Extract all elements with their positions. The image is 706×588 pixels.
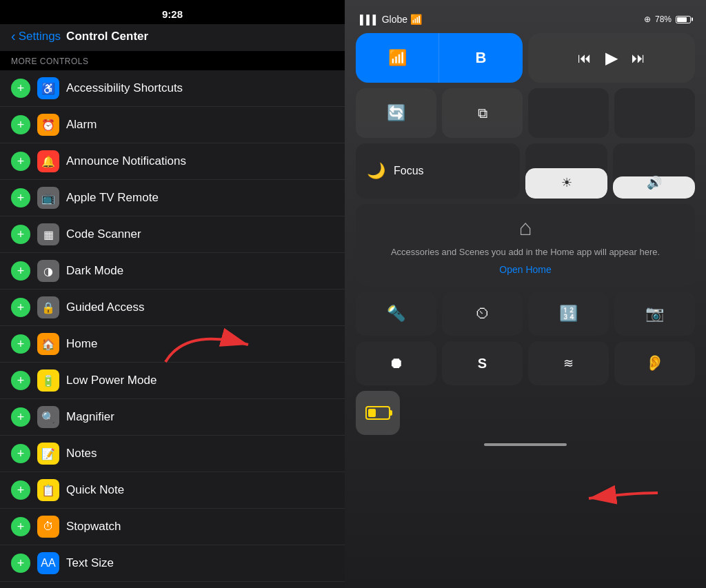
label-lowpower: Low Power Mode (66, 374, 334, 387)
icon-stopwatch: ⏱ (37, 516, 59, 538)
settings-item-lowpower[interactable]: + 🔋 Low Power Mode (0, 363, 345, 399)
battery-tile[interactable] (356, 391, 400, 435)
camera-icon: 📷 (645, 305, 664, 323)
label-notes: Notes (66, 447, 334, 460)
soundcheck-icon: ≋ (563, 356, 574, 371)
chevron-left-icon: ‹ (11, 28, 16, 44)
rewind-icon[interactable]: ⏮ (578, 50, 592, 66)
status-bar: 9:28 (0, 0, 345, 24)
focus-label: Focus (394, 165, 424, 177)
settings-item-notes[interactable]: + 📝 Notes (0, 436, 345, 472)
add-button-lowpower[interactable]: + (11, 371, 30, 390)
settings-item-voicememos[interactable]: + 🎙 Voice Memos (0, 582, 345, 588)
settings-item-quicknote[interactable]: + 📋 Quick Note (0, 472, 345, 509)
settings-item-appletv[interactable]: + 📺 Apple TV Remote (0, 180, 345, 216)
bottom-grid-2: ⏺ S ≋ 👂 (356, 341, 695, 385)
settings-item-announce[interactable]: + 🔔 Announce Notifications (0, 143, 345, 180)
battery-percentage: 78% (655, 14, 672, 24)
icon-darkmode: ◑ (37, 260, 59, 282)
add-button-announce[interactable]: + (11, 152, 30, 171)
settings-item-accessibility[interactable]: + ♿ Accessibility Shortcuts (0, 70, 345, 107)
settings-item-darkmode[interactable]: + ◑ Dark Mode (0, 253, 345, 290)
screen-mirror-tile[interactable]: ⧉ (442, 88, 523, 138)
focus-row: 🌙 Focus ☀ 🔊 (356, 143, 695, 199)
second-row: 🔄 ⧉ (356, 88, 695, 138)
label-stopwatch: Stopwatch (66, 520, 334, 534)
add-button-magnifier[interactable]: + (11, 407, 30, 427)
home-icon: ⌂ (518, 215, 532, 241)
play-icon[interactable]: ▶ (605, 48, 618, 68)
settings-item-guided[interactable]: + 🔒 Guided Access (0, 290, 345, 326)
settings-panel: 9:28 ‹ Settings Control Center MORE CONT… (0, 0, 345, 588)
screen-mirror-icon: ⧉ (478, 105, 487, 121)
label-accessibility: Accessibility Shortcuts (66, 81, 334, 95)
wifi-icon: 📶 (388, 49, 407, 67)
forward-icon[interactable]: ⏭ (632, 50, 645, 66)
label-codescanner: Code Scanner (66, 227, 334, 241)
hearing-tile[interactable]: 👂 (614, 341, 695, 385)
flashlight-tile[interactable]: 🔦 (356, 292, 436, 336)
add-button-codescanner[interactable]: + (11, 225, 30, 244)
bluetooth-tile[interactable]: B (439, 33, 523, 83)
shazam-tile[interactable]: S (442, 341, 523, 385)
timer-tile[interactable]: ⏲ (442, 292, 523, 336)
icon-quicknote: 📋 (37, 479, 59, 501)
media-control-block: ⏮ ▶ ⏭ (528, 33, 695, 83)
wifi-status-icon: 📶 (410, 14, 422, 25)
settings-item-textsize[interactable]: + AA Text Size (0, 545, 345, 582)
label-quicknote: Quick Note (66, 483, 334, 497)
calculator-tile[interactable]: 🔢 (528, 292, 609, 336)
add-button-alarm[interactable]: + (11, 115, 30, 134)
label-magnifier: Magnifier (66, 410, 334, 424)
brightness-tile[interactable]: ☀ (525, 143, 607, 199)
add-button-guided[interactable]: + (11, 298, 30, 317)
add-button-quicknote[interactable]: + (11, 480, 30, 500)
cc-content: ▌▌▌ Globe 📶 ⊕ 78% 📶 B (345, 0, 706, 588)
add-button-appletv[interactable]: + (11, 188, 30, 207)
soundcheck-tile[interactable]: ≋ (528, 341, 609, 385)
flashlight-icon: 🔦 (387, 305, 405, 323)
volume-tile[interactable]: 🔊 (613, 143, 695, 199)
icon-guided: 🔒 (37, 296, 59, 318)
back-button[interactable]: ‹ Settings (11, 28, 61, 44)
record-icon: ⏺ (389, 354, 404, 372)
icon-notes: 📝 (37, 443, 59, 465)
camera-tile[interactable]: 📷 (614, 292, 695, 336)
settings-item-stopwatch[interactable]: + ⏱ Stopwatch (0, 509, 345, 545)
settings-item-alarm[interactable]: + ⏰ Alarm (0, 107, 345, 143)
hearing-icon: 👂 (645, 354, 664, 372)
settings-item-codescanner[interactable]: + ▦ Code Scanner (0, 216, 345, 253)
record-tile[interactable]: ⏺ (356, 341, 436, 385)
settings-item-magnifier[interactable]: + 🔍 Magnifier (0, 399, 345, 436)
battery-row (356, 391, 695, 435)
lock-rotation-tile[interactable]: 🔄 (356, 88, 436, 138)
icon-accessibility: ♿ (37, 77, 59, 99)
battery-icon (676, 16, 691, 23)
volume-icon: 🔊 (647, 175, 662, 190)
icon-lowpower: 🔋 (37, 369, 59, 392)
moon-icon: 🌙 (367, 162, 385, 180)
open-home-link[interactable]: Open Home (499, 264, 551, 275)
label-textsize: Text Size (66, 556, 334, 570)
cc-signal: ▌▌▌ Globe 📶 (360, 14, 422, 25)
icon-codescanner: ▦ (37, 223, 59, 245)
lock-rotation-icon: 🔄 (387, 104, 405, 122)
add-button-darkmode[interactable]: + (11, 261, 30, 281)
label-alarm: Alarm (66, 118, 334, 132)
settings-item-home[interactable]: + 🏠 Home (0, 326, 345, 363)
add-button-accessibility[interactable]: + (11, 79, 30, 98)
label-appletv: Apple TV Remote (66, 191, 334, 205)
empty-tile-1 (528, 88, 609, 138)
focus-tile[interactable]: 🌙 Focus (356, 143, 520, 199)
add-button-textsize[interactable]: + (11, 554, 30, 573)
add-button-home[interactable]: + (11, 334, 30, 354)
icon-home: 🏠 (37, 333, 59, 355)
wifi-tile[interactable]: 📶 (356, 33, 439, 83)
empty-tile-2 (614, 88, 695, 138)
settings-list: + ♿ Accessibility Shortcuts + ⏰ Alarm + … (0, 70, 345, 588)
add-button-stopwatch[interactable]: + (11, 517, 30, 536)
add-button-notes[interactable]: + (11, 444, 30, 463)
time-display: 9:28 (162, 8, 183, 20)
shazam-icon: S (478, 356, 487, 372)
brightness-icon: ☀ (561, 175, 572, 190)
